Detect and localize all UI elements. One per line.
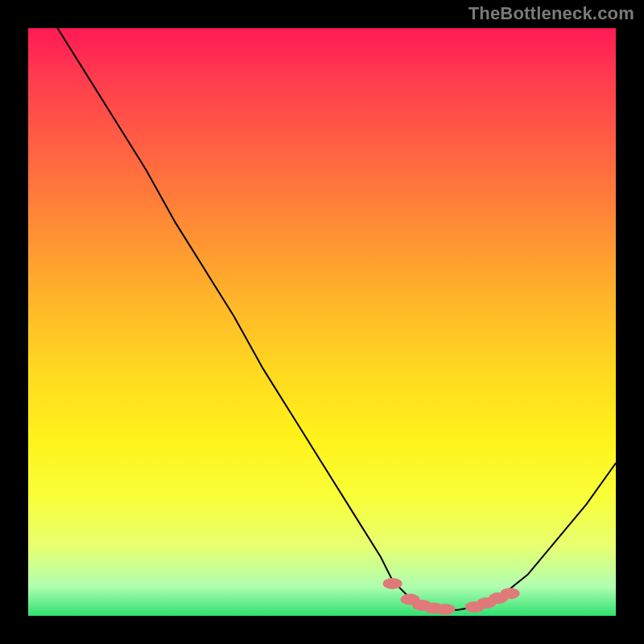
- curve-marker: [436, 604, 455, 615]
- bottleneck-curve: [58, 28, 617, 610]
- plot-area: [28, 28, 616, 616]
- marker-cluster: [383, 578, 520, 615]
- chart-frame: TheBottleneck.com: [0, 0, 644, 644]
- curve-marker: [383, 578, 402, 589]
- curve-layer: [28, 28, 616, 616]
- attribution-label: TheBottleneck.com: [469, 3, 634, 24]
- curve-marker: [501, 588, 520, 599]
